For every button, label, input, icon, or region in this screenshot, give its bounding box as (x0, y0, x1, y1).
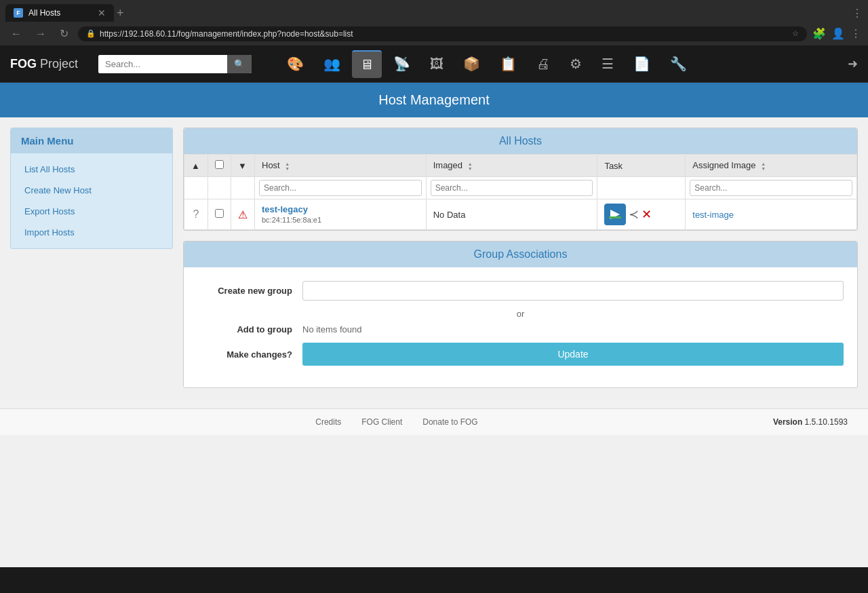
question-mark-indicator: ? (193, 208, 199, 220)
sidebar-item-list-all-hosts[interactable]: List All Hosts (11, 159, 172, 180)
nav-refresh-btn[interactable]: ↻ (56, 26, 73, 41)
add-to-group-label: Add to group (197, 324, 292, 334)
svg-rect-2 (609, 216, 621, 218)
search-assigned-input[interactable] (690, 180, 852, 196)
nav-icon-users[interactable]: 👥 (315, 50, 349, 77)
row-checkbox[interactable] (215, 209, 224, 218)
fog-nav-icons: 🎨 👥 🖥 📡 🖼 📦 📋 🖨 ⚙ ☰ 📄 🔧 (279, 50, 695, 78)
th-checkbox[interactable] (208, 155, 231, 177)
footer-credits-link[interactable]: Credits (315, 417, 341, 427)
address-bar-wrap: 🔒 ☆ (78, 26, 807, 41)
bookmark-icon[interactable]: ☆ (792, 29, 799, 38)
footer-version-num: 1.5.10.1593 (805, 417, 848, 427)
sidebar-item-export-hosts[interactable]: Export Hosts (11, 201, 172, 222)
group-section-body: Create new group or Add to group No item… (184, 267, 857, 387)
footer-donate-link[interactable]: Donate to FOG (422, 417, 477, 427)
hosts-table-wrap: ▲ ▼ Host ▲▼ (184, 154, 857, 230)
all-hosts-section: All Hosts ▲ (183, 128, 858, 231)
nav-icon-image[interactable]: 🖼 (422, 51, 452, 77)
select-all-checkbox[interactable] (215, 160, 224, 169)
nav-icon-print[interactable]: 🖨 (528, 51, 558, 77)
group-associations-header: Group Associations (184, 242, 857, 267)
create-group-input[interactable] (302, 281, 844, 301)
table-row: ? ⚠ test-legacy (184, 199, 857, 230)
nav-icon-settings[interactable]: ⚙ (561, 50, 590, 77)
task-deploy-btn[interactable] (604, 204, 626, 225)
nav-icon-list[interactable]: ☰ (593, 50, 622, 77)
sidebar-item-label: Import Hosts (24, 227, 75, 237)
page-footer: Credits FOG Client Donate to FOG Version… (0, 408, 868, 435)
group-associations-title: Group Associations (474, 248, 568, 260)
nav-icon-monitor[interactable]: 🖥 (352, 50, 382, 78)
th-imaged[interactable]: Imaged ▲▼ (426, 155, 597, 177)
new-tab-btn[interactable]: + (117, 6, 124, 20)
account-icon[interactable]: 👤 (831, 27, 845, 40)
nav-forward-btn[interactable]: → (31, 26, 50, 41)
nav-icon-copy[interactable]: 📋 (492, 50, 525, 77)
th-sort-down[interactable]: ▼ (231, 155, 255, 177)
nav-icon-wrench[interactable]: 🔧 (662, 50, 695, 77)
th-host[interactable]: Host ▲▼ (255, 155, 427, 177)
search-host-input[interactable] (259, 180, 422, 196)
content-body: Main Menu List All Hosts Create New Host… (0, 117, 868, 408)
sidebar-menu: Main Menu List All Hosts Create New Host… (10, 128, 173, 249)
th-assigned-image[interactable]: Assigned Image ▲▼ (686, 155, 857, 177)
search-cell-assigned[interactable] (686, 177, 857, 199)
th-assigned-image-label: Assigned Image (692, 160, 755, 170)
error-icon: ⚠ (238, 209, 248, 221)
row-assigned-cell: test-image (686, 199, 857, 230)
task-close-icon[interactable]: ✕ (642, 207, 652, 222)
tab-close-btn[interactable]: ✕ (98, 7, 106, 18)
assigned-image-sort-arrows: ▲▼ (761, 161, 766, 171)
fog-brand-name: FOG (10, 57, 37, 71)
nav-icon-palette[interactable]: 🎨 (279, 50, 312, 77)
fog-brand: FOG Project (10, 57, 78, 71)
footer-links-wrap: Credits FOG Client Donate to FOG (20, 417, 773, 427)
host-name: test-legacy (262, 204, 308, 214)
row-error-cell: ⚠ (231, 199, 255, 230)
tab-bar: F All Hosts ✕ + ⋮ (0, 0, 868, 22)
th-imaged-label: Imaged (433, 160, 462, 170)
assigned-image-link[interactable]: test-image (692, 210, 734, 220)
deploy-icon (608, 207, 623, 222)
search-cell-imaged[interactable] (426, 177, 597, 199)
th-task-label: Task (604, 161, 623, 171)
assigned-image-name: test-image (692, 210, 734, 220)
nav-icon-document[interactable]: 📄 (625, 50, 658, 77)
host-name-link[interactable]: test-legacy (262, 204, 308, 214)
row-checkbox-cell[interactable] (208, 199, 231, 230)
active-tab[interactable]: F All Hosts ✕ (5, 4, 114, 22)
sidebar-item-import-hosts[interactable]: Import Hosts (11, 222, 172, 243)
nav-icon-storage[interactable]: 📦 (455, 50, 488, 77)
fog-brand-suffix: Project (40, 57, 78, 71)
row-host-cell: test-legacy bc:24:11:5e:8a:e1 (255, 199, 427, 230)
extensions-icon[interactable]: 🧩 (812, 27, 826, 40)
footer-version: Version 1.5.10.1593 (773, 417, 848, 427)
footer-fog-client-link[interactable]: FOG Client (361, 417, 402, 427)
make-changes-row: Make changes? Update (197, 343, 844, 366)
address-bar[interactable] (100, 29, 788, 39)
sort-down-icon: ▼ (238, 161, 247, 171)
row-indicator: ? (184, 199, 208, 230)
fog-search-btn[interactable]: 🔍 (227, 55, 252, 73)
sidebar-item-label: Create New Host (24, 185, 92, 195)
nav-back-btn[interactable]: ← (7, 26, 26, 41)
task-share-icon[interactable]: ≺ (629, 207, 639, 222)
search-cell-host[interactable] (255, 177, 427, 199)
browser-nav: ← → ↻ 🔒 ☆ 🧩 👤 ⋮ (0, 22, 868, 45)
th-sort-up[interactable]: ▲ (184, 155, 208, 177)
fog-nav-right: ➜ (848, 56, 858, 71)
sidebar-item-label: Export Hosts (24, 206, 75, 216)
tab-favicon: F (14, 8, 23, 18)
update-btn[interactable]: Update (302, 343, 844, 366)
sidebar-item-create-new-host[interactable]: Create New Host (11, 180, 172, 201)
tab-options[interactable]: ⋮ (852, 7, 863, 20)
nav-actions: 🧩 👤 ⋮ (812, 27, 861, 40)
search-imaged-input[interactable] (431, 180, 593, 196)
create-group-label: Create new group (197, 286, 292, 296)
nav-icon-network[interactable]: 📡 (385, 50, 418, 77)
fog-search-input[interactable] (98, 55, 227, 73)
fog-logout-icon[interactable]: ➜ (848, 57, 858, 71)
add-to-group-row: Add to group No items found (197, 324, 844, 334)
menu-icon[interactable]: ⋮ (850, 27, 861, 40)
